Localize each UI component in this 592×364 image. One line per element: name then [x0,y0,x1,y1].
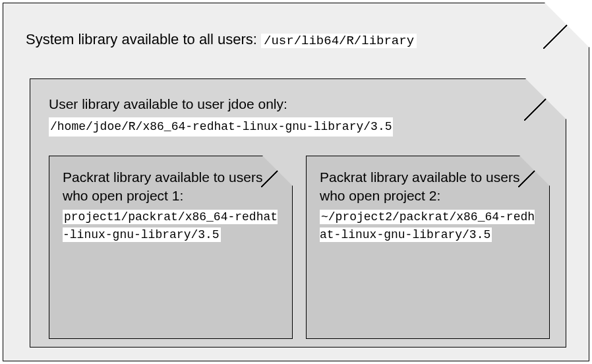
system-library-heading: System library available to all users: /… [26,30,566,51]
packrat-project-2-card: Packrat library available to users who o… [306,156,550,339]
user-library-path-wrap: /home/jdoe/R/x86_64-redhat-linux-gnu-lib… [49,113,547,136]
system-library-path: /usr/lib64/R/library [261,34,417,48]
system-library-card: System library available to all users: /… [3,3,589,361]
system-library-label: System library available to all users: [26,31,261,47]
packrat-project-2-path-wrap: ~/project2/packrat/x86_64-redhat-linux-g… [320,208,536,244]
packrat-project-1-label: Packrat library available to users who o… [63,168,279,206]
user-library-label: User library available to user jdoe only… [49,95,547,113]
packrat-project-1-path: project1/packrat/x86_64-redhat-linux-gnu… [63,210,278,242]
packrat-project-1-card: Packrat library available to users who o… [49,156,293,339]
packrat-project-1-path-wrap: project1/packrat/x86_64-redhat-linux-gnu… [63,208,279,244]
user-library-path: /home/jdoe/R/x86_64-redhat-linux-gnu-lib… [49,117,393,136]
packrat-project-2-path: ~/project2/packrat/x86_64-redhat-linux-g… [320,210,535,242]
packrat-project-2-label: Packrat library available to users who o… [320,168,536,206]
user-library-card: User library available to user jdoe only… [30,78,566,348]
